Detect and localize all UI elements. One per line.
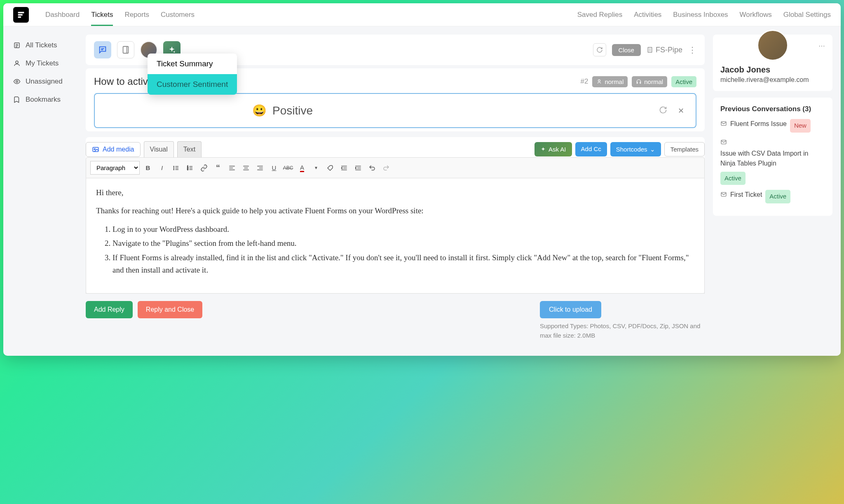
sentiment-result: 😀 Positive ✕ [94,93,696,128]
customer-avatar[interactable] [757,30,788,61]
nav-customers[interactable]: Customers [161,4,195,26]
link-button[interactable] [198,162,210,174]
nav-dashboard[interactable]: Dashboard [45,4,80,26]
prev-convos-title: Previous Conversations (3) [720,105,825,113]
chevron-down-icon: ⌄ [650,146,655,153]
templates-button[interactable]: Templates [664,142,705,156]
svg-point-5 [598,79,600,82]
popover-ticket-summary[interactable]: Ticket Summary [148,54,237,74]
convo-item[interactable]: Fluent Forms Issue New [720,119,825,133]
previous-conversations: Previous Conversations (3) Fluent Forms … [713,98,832,216]
nav-activities[interactable]: Activities [634,4,661,26]
strikethrough-button[interactable]: ABC [282,162,294,174]
clear-format-button[interactable] [324,162,336,174]
align-center-icon [242,164,250,172]
pipeline-label[interactable]: FS-Pipe [647,46,682,54]
format-select[interactable]: Paragraph [90,161,140,175]
mail-icon [720,191,727,198]
numbered-list-button[interactable]: 123 [184,162,196,174]
visual-tab[interactable]: Visual [144,141,174,157]
nav-reports[interactable]: Reports [124,4,149,26]
bold-button[interactable]: B [142,162,154,174]
svg-point-9 [173,168,174,168]
building-icon [647,47,653,53]
shortcodes-button[interactable]: Shortcodes ⌄ [610,142,661,156]
nav-workflows[interactable]: Workflows [740,4,772,26]
status-badge[interactable]: Active [671,76,696,87]
undo-button[interactable] [366,162,378,174]
sidebar-label: Bookmarks [26,96,61,104]
user-icon [13,60,21,67]
channel-badge[interactable]: normal [632,76,667,87]
italic-button[interactable]: I [156,162,168,174]
outdent-button[interactable] [338,162,350,174]
status-badge: New [790,119,811,133]
indent-button[interactable] [352,162,364,174]
upload-button[interactable]: Click to upload [540,301,601,318]
eye-icon [13,78,21,85]
sentiment-close-button[interactable]: ✕ [678,106,684,115]
notes-view-button[interactable] [117,41,134,58]
underline-button[interactable]: U [268,162,280,174]
sidebar-unassigned[interactable]: Unassigned [3,72,77,91]
svg-point-8 [173,166,174,167]
quote-button[interactable]: “ [212,162,224,174]
sidebar: All Tickets My Tickets Unassigned Bookma… [3,26,77,356]
notebook-icon [121,45,130,54]
text-color-dropdown[interactable]: ▼ [310,162,322,174]
nav-left: Dashboard Tickets Reports Customers [45,4,195,26]
list-icon [13,42,21,49]
more-options-button[interactable]: ⋮ [688,45,696,55]
nav-saved-replies[interactable]: Saved Replies [577,4,623,26]
text-tab[interactable]: Text [177,141,202,157]
svg-rect-4 [648,47,652,52]
outdent-icon [340,164,348,172]
redo-button[interactable] [380,162,392,174]
nav-business-inboxes[interactable]: Business Inboxes [673,4,728,26]
sidebar-my-tickets[interactable]: My Tickets [3,54,77,72]
editor-step: If Fluent Forms is already installed, fi… [113,252,694,277]
priority-badge[interactable]: normal [592,76,628,87]
sidebar-bookmarks[interactable]: Bookmarks [3,91,77,109]
popover-customer-sentiment[interactable]: Customer Sentiment [148,74,237,95]
convo-item[interactable]: Issue with CSV Data Import in Ninja Tabl… [720,138,825,185]
sidebar-all-tickets[interactable]: All Tickets [3,36,77,54]
media-icon [92,146,99,153]
sentiment-text: Positive [272,104,313,117]
editor-step: Log in to your WordPress dashboard. [113,223,694,236]
sidebar-label: Unassigned [26,77,63,86]
conversation-view-button[interactable] [94,41,111,58]
close-ticket-button[interactable]: Close [612,44,641,56]
status-badge: Active [720,172,746,185]
nav-tickets[interactable]: Tickets [91,4,113,26]
add-cc-button[interactable]: Add Cc [575,142,607,156]
reply-and-close-button[interactable]: Reply and Close [138,301,202,318]
upload-hint: Supported Types: Photos, CSV, PDF/Docs, … [540,322,705,340]
customer-menu-button[interactable]: ⋯ [818,42,825,50]
reply-editor[interactable]: Hi there, Thanks for reaching out! Here'… [86,178,705,294]
ai-popover: Ticket Summary Customer Sentiment [148,54,237,95]
align-right-button[interactable] [254,162,266,174]
ask-ai-button[interactable]: Ask AI [535,142,572,156]
add-reply-button[interactable]: Add Reply [86,301,133,318]
svg-point-1 [16,61,18,63]
align-left-icon [228,164,236,172]
app-logo[interactable] [13,7,29,23]
refresh-button[interactable] [593,43,606,56]
editor-intro: Thanks for reaching out! Here's a quick … [96,205,694,217]
sentiment-refresh-button[interactable] [659,106,667,116]
convo-item[interactable]: First Ticket Active [720,190,825,203]
ul-icon [172,164,180,172]
undo-icon [368,164,376,172]
align-center-button[interactable] [240,162,252,174]
align-left-button[interactable] [226,162,238,174]
svg-point-7 [94,148,95,149]
nav-global-settings[interactable]: Global Settings [783,4,831,26]
add-media-button[interactable]: Add media [86,142,141,157]
headphone-icon [636,79,642,84]
sparkle-icon [540,147,546,152]
bullet-list-button[interactable] [170,162,182,174]
text-color-button[interactable]: A [296,162,308,174]
sparkle-icon [168,46,176,54]
customer-email: michelle.rivera@example.com [720,76,825,84]
